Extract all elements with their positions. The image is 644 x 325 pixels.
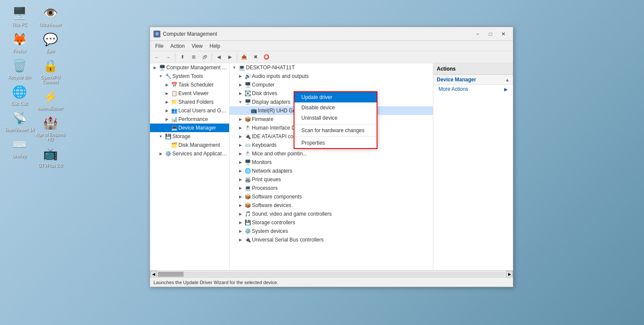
coc-coc-label: Cốc Cốc: [11, 101, 28, 106]
desktop-icon-gtvplus[interactable]: 📺 GTVPlus 2.0: [35, 145, 65, 168]
openvpn-icon: 🔒: [42, 57, 59, 74]
age-of-empires-icon: 🏰: [42, 114, 59, 131]
tree-root[interactable]: ▶ 🖥️ Computer Management (Local): [150, 63, 229, 72]
middle-processors-label: Processors: [252, 185, 278, 191]
menu-action[interactable]: Action: [167, 42, 188, 50]
desktop-icon-openvpn[interactable]: 🔒 OpenVPN Connect: [35, 57, 65, 84]
menu-file[interactable]: File: [152, 42, 167, 50]
back-button[interactable]: ←: [152, 53, 162, 62]
menu-help[interactable]: Help: [206, 42, 224, 50]
tree-storage[interactable]: ▼ 💾 Storage: [150, 132, 229, 141]
system-tools-icon: 🔧: [165, 73, 172, 80]
middle-system-devices[interactable]: ▶ ⚙️ System devices: [230, 227, 433, 235]
new-window[interactable]: 🗗: [199, 53, 210, 62]
gtvplus-icon: 📺: [42, 145, 59, 162]
tree-system-tools[interactable]: ▼ 🔧 System Tools: [150, 72, 229, 80]
delete-button[interactable]: ✖: [250, 53, 261, 62]
network-expand-icon: ▶: [237, 168, 243, 174]
desktop-icon-age-of-empires[interactable]: 🏰 Age of Empires HD: [35, 114, 65, 142]
desktop-icon-zalo[interactable]: 💬 Zalo: [35, 31, 65, 53]
firefox-label: Firefox: [13, 49, 26, 53]
software-components-expand-icon: ▶: [237, 194, 243, 200]
middle-root-label: DESKTOP-NHAT11T: [246, 65, 295, 71]
window-title: Computer Management: [163, 31, 217, 37]
middle-mice-label: Mice and other pointin...: [252, 151, 307, 157]
ide-expand-icon: ▶: [237, 133, 243, 139]
desktop-icon-teamviewer[interactable]: 📡 TeamViewer 14: [4, 109, 34, 132]
desktop-icon-coc-coc[interactable]: 🌐 Cốc Cốc: [4, 83, 34, 106]
show-hide-console[interactable]: ⊞: [188, 53, 199, 62]
tree-shared-folders[interactable]: ▶ 📁 Shared Folders: [150, 98, 229, 106]
actions-expand-arrow: ▲: [505, 77, 509, 82]
unikey-icon: ⌨️: [11, 136, 28, 153]
middle-mice[interactable]: ▶ 🖱️ Mice and other pointin...: [230, 149, 433, 158]
tree-services[interactable]: ▶ ⚙️ Services and Applications: [150, 149, 229, 158]
tree-task-scheduler[interactable]: ▶ 📅 Task Scheduler: [150, 80, 229, 89]
recycle-bin-label: Recycle Bin: [8, 75, 31, 80]
sound-icon: 🎵: [244, 210, 251, 217]
fwd-btn2[interactable]: ▶: [225, 53, 235, 62]
tree-performance[interactable]: ▶ 📊 Performance: [150, 115, 229, 124]
balena-label: balenaEtcher: [38, 106, 63, 111]
tree-event-viewer[interactable]: ▶ 📋 Event Viewer: [150, 89, 229, 98]
toolbar-sep2: [212, 53, 212, 61]
middle-monitors[interactable]: ▶ 🖥️ Monitors: [230, 158, 433, 167]
scroll-right-button[interactable]: ▶: [506, 271, 513, 278]
ctx-update-driver[interactable]: Update driver: [294, 92, 377, 102]
middle-storage-controllers[interactable]: ▶ 💾 Storage controllers: [230, 218, 433, 227]
desktop-icon-this-pc[interactable]: 🖥️ This PC: [4, 4, 34, 27]
minimize-button[interactable]: −: [472, 30, 484, 38]
middle-sound[interactable]: ▶ 🎵 Sound, video and game controllers: [230, 210, 433, 218]
firmware-icon: 📦: [244, 116, 251, 123]
middle-disk-drives-label: Disk drives: [252, 90, 277, 96]
middle-root[interactable]: ▼ 💻 DESKTOP-NHAT11T: [230, 63, 433, 72]
hid-expand-icon: ▶: [237, 125, 243, 131]
forward-button[interactable]: →: [163, 53, 173, 62]
processors-icon: 💻: [244, 185, 251, 192]
tree-local-users[interactable]: ▶ 👥 Local Users and Groups: [150, 106, 229, 115]
device-manager-icon: 💻: [171, 124, 178, 131]
ctx-scan-hardware[interactable]: Scan for hardware changes: [294, 125, 377, 136]
horizontal-scrollbar[interactable]: ◀ ▶: [150, 270, 513, 277]
middle-print[interactable]: ▶ 🖨️ Print queues: [230, 175, 433, 184]
actions-device-manager-group[interactable]: Device Manager ▲: [433, 75, 513, 85]
tree-disk-management[interactable]: 🗂️ Disk Management: [150, 141, 229, 149]
age-of-empires-label: Age of Empires HD: [35, 132, 65, 142]
middle-network[interactable]: ▶ 🌐 Network adapters: [230, 167, 433, 175]
performance-expand-icon: ▶: [164, 116, 170, 122]
ctx-uninstall-device[interactable]: Uninstall device: [294, 113, 377, 123]
maximize-button[interactable]: □: [485, 30, 497, 38]
middle-software-components[interactable]: ▶ 📦 Software components: [230, 192, 433, 201]
shared-folders-icon: 📁: [171, 99, 178, 105]
scroll-track[interactable]: [158, 272, 505, 277]
properties-button[interactable]: ⭕: [261, 53, 272, 62]
actions-more-actions-label: More Actions: [439, 86, 468, 92]
print-expand-icon: ▶: [237, 176, 243, 183]
desktop-icon-balena[interactable]: ⚡ balenaEtcher: [35, 88, 65, 111]
disk-management-expand-icon: [164, 142, 170, 148]
ctx-properties[interactable]: Properties: [294, 138, 377, 148]
ctx-disable-device[interactable]: Disable device: [294, 102, 377, 113]
middle-software-devices[interactable]: ▶ 📦 Software devices: [230, 201, 433, 210]
up-button[interactable]: ⬆: [177, 53, 187, 62]
middle-firmware-label: Firmware: [252, 116, 273, 122]
middle-computer[interactable]: ▶ 🖥️ Computer: [230, 80, 433, 89]
actions-more-actions[interactable]: More Actions ▶: [433, 85, 513, 93]
hid-icon: 🖱️: [244, 124, 251, 131]
storage-icon: 💾: [165, 133, 172, 140]
close-button[interactable]: ✕: [497, 30, 509, 38]
tree-performance-label: Performance: [178, 116, 208, 122]
tree-device-manager[interactable]: 💻 Device Manager: [150, 124, 229, 132]
export-button[interactable]: 📤: [239, 53, 249, 62]
desktop-icon-unikey[interactable]: ⌨️ UniKey: [4, 136, 34, 158]
menu-view[interactable]: View: [188, 42, 206, 50]
desktop-icon-ultraviewer[interactable]: 👁️ UltraViewer: [35, 4, 65, 27]
middle-audio[interactable]: ▶ 🔊 Audio inputs and outputs: [230, 72, 433, 80]
back-btn2[interactable]: ◀: [214, 53, 224, 62]
desktop-icon-recycle-bin[interactable]: 🗑️ Recycle Bin: [4, 57, 34, 80]
scroll-thumb: [158, 272, 184, 277]
middle-usb[interactable]: ▶ 🔌 Universal Serial Bus controllers: [230, 235, 433, 244]
middle-processors[interactable]: ▶ 💻 Processors: [230, 184, 433, 192]
scroll-left-button[interactable]: ◀: [150, 271, 157, 278]
desktop-icon-firefox[interactable]: 🦊 Firefox: [4, 31, 34, 53]
